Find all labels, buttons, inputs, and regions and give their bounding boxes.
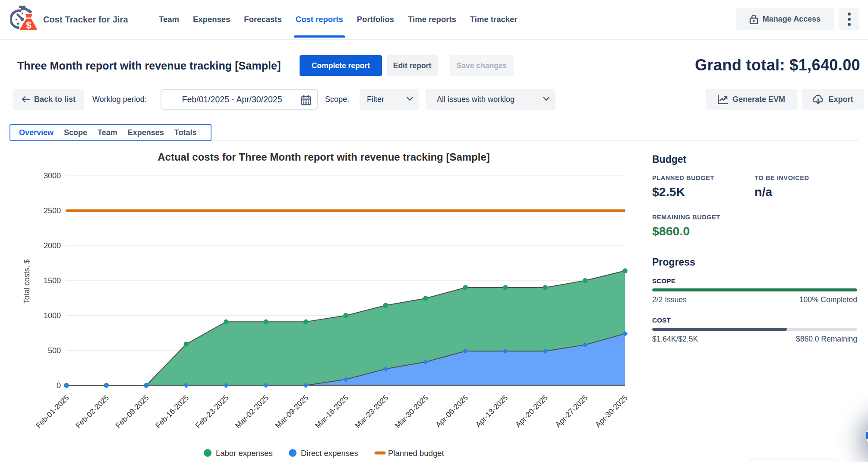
calendar-icon[interactable]: [300, 95, 312, 106]
scope-progress-bar: [652, 288, 857, 291]
chart-point-labor[interactable]: [503, 285, 508, 290]
scope-filter-select[interactable]: Filter: [360, 89, 419, 110]
nav-item-time-tracker[interactable]: Time tracker: [470, 0, 518, 39]
edit-report-button[interactable]: Edit report: [387, 55, 438, 76]
chart-point-labor[interactable]: [622, 268, 628, 273]
summary-panel: Budget PLANNED BUDGET TO BE INVOICED $2.…: [652, 147, 857, 350]
nav-item-time-reports[interactable]: Time reports: [408, 0, 456, 39]
report-tabs: Overview Scope Team Expenses Totals: [9, 124, 211, 141]
chart-point-labor[interactable]: [383, 303, 388, 308]
tab-expenses[interactable]: Expenses: [128, 128, 164, 137]
tab-overview[interactable]: Overview: [19, 128, 54, 137]
chart-y-tick-label: 500: [48, 346, 61, 355]
chart-point-labor[interactable]: [463, 285, 468, 290]
chart-x-tick-label: Mar-23-2025: [353, 393, 390, 430]
remaining-budget-label: REMAINING BUDGET: [652, 214, 720, 221]
main-nav: Team Expenses Forecasts Cost reports Por…: [159, 0, 518, 39]
cost-progress-label: COST: [652, 316, 671, 324]
chart-y-tick-label: 3000: [44, 171, 61, 180]
chart-x-tick-label: Mar-09-2025: [273, 393, 310, 430]
to-be-invoiced-label: TO BE INVOICED: [754, 174, 809, 181]
chart-point-labor[interactable]: [303, 319, 309, 324]
floating-tooltip-edge: [750, 459, 836, 462]
nav-item-cost-reports[interactable]: Cost reports: [296, 0, 343, 39]
tabs-divider: [211, 140, 859, 141]
chart-y-tick-label: 2000: [44, 241, 61, 250]
chart-x-tick-label: Mar-02-2025: [234, 393, 270, 430]
complete-report-button[interactable]: Complete report: [300, 55, 382, 76]
chart-x-tick-label: Feb-02-2025: [74, 393, 110, 430]
chevron-down-icon: [543, 97, 549, 101]
to-be-invoiced-value: n/a: [754, 185, 772, 199]
chart-point-labor[interactable]: [224, 319, 229, 324]
grand-total: Grand total: $1,640.00: [695, 55, 860, 76]
chart-x-tick-label: Feb-23-2025: [194, 393, 230, 430]
chart-x-tick-label: Mar-16-2025: [313, 393, 350, 430]
progress-heading: Progress: [652, 256, 695, 268]
back-to-list-button[interactable]: Back to list: [13, 89, 84, 110]
chart-y-axis-title: Total costs, $: [22, 259, 31, 304]
legend-direct-marker: [289, 449, 297, 457]
cloud-download-icon: [812, 94, 824, 104]
lock-icon: [749, 14, 758, 24]
cost-progress-bar: [652, 328, 857, 331]
app-title: Cost Tracker for Jira: [43, 0, 128, 39]
more-options-button[interactable]: [839, 8, 859, 30]
chart-y-tick-label: 1500: [44, 276, 61, 285]
nav-item-expenses[interactable]: Expenses: [193, 0, 230, 39]
chart-y-tick-label: 2500: [44, 206, 61, 215]
chart-point-labor[interactable]: [183, 342, 189, 347]
legend-labor-marker: [204, 449, 211, 457]
remaining-budget-value: $860.0: [652, 224, 690, 238]
scope-progress-right: 100% Completed: [799, 295, 857, 304]
arrow-left-icon: [21, 96, 30, 103]
chart-point-labor[interactable]: [543, 285, 548, 290]
generate-evm-button[interactable]: Generate EVM: [706, 89, 797, 110]
chart-y-tick-label: 1000: [44, 311, 61, 320]
chart-x-tick-label: Mar-30-2025: [393, 393, 430, 430]
chart-x-tick-label: Apr-27-2025: [553, 393, 589, 429]
legend-labor-label: Labor expenses: [216, 449, 273, 458]
help-fab-icon: [866, 432, 868, 439]
nav-item-portfolios[interactable]: Portfolios: [357, 0, 394, 39]
chart-y-tick-label: 0: [57, 381, 61, 390]
chart-point-direct[interactable]: [104, 383, 109, 388]
chart-title: Actual costs for Three Month report with…: [158, 151, 489, 163]
nav-item-forecasts[interactable]: Forecasts: [244, 0, 281, 39]
chart-x-tick-label: Apr-20-2025: [514, 393, 549, 429]
scope-progress-left: 2/2 Issues: [652, 295, 687, 304]
chart-x-tick-label: Feb-01-2025: [34, 393, 71, 430]
cost-progress-caption: $1.64K/$2.5K $860.0 Remaining: [652, 335, 857, 344]
cost-chart: Actual costs for Three Month report with…: [0, 147, 643, 462]
svg-text:$: $: [26, 20, 32, 31]
scope-label: Scope:: [325, 89, 349, 110]
app-logo-icon: $: [10, 4, 40, 34]
cost-progress-left: $1.64K/$2.5K: [652, 335, 698, 344]
manage-access-button[interactable]: Manage Access: [736, 8, 834, 30]
worklog-period-label: Worklog period:: [92, 89, 147, 110]
tab-team[interactable]: Team: [98, 128, 117, 137]
chart-point-labor[interactable]: [263, 319, 268, 324]
scope-issues-select[interactable]: All issues with worklog: [426, 89, 556, 110]
tab-totals[interactable]: Totals: [174, 128, 197, 137]
chart-x-tick-label: Feb-16-2025: [154, 393, 190, 430]
scope-progress-caption: 2/2 Issues 100% Completed: [652, 295, 857, 304]
chart-x-tick-label: Apr-06-2025: [434, 393, 470, 429]
worklog-period-input[interactable]: Feb/01/2025 - Apr/30/2025: [161, 89, 318, 110]
page-title: Three Month report with revenue tracking…: [17, 57, 281, 74]
chart-point-labor[interactable]: [343, 313, 348, 318]
chart-point-labor[interactable]: [583, 278, 588, 283]
tab-scope[interactable]: Scope: [64, 128, 87, 137]
chart-point-direct[interactable]: [64, 383, 69, 388]
legend-direct-label: Direct expenses: [301, 449, 358, 458]
planned-budget-value: $2.5K: [652, 185, 685, 199]
cost-progress-right: $860.0 Remaining: [796, 335, 857, 344]
save-changes-button[interactable]: Save changes: [450, 55, 514, 76]
budget-heading: Budget: [652, 154, 686, 165]
chart-point-labor[interactable]: [423, 296, 428, 301]
nav-item-team[interactable]: Team: [159, 0, 179, 39]
chart-line-icon: [717, 95, 728, 104]
export-button[interactable]: Export: [802, 89, 864, 110]
kebab-icon: [848, 13, 851, 26]
app-header: $ Cost Tracker for Jira Team Expenses Fo…: [0, 0, 868, 40]
